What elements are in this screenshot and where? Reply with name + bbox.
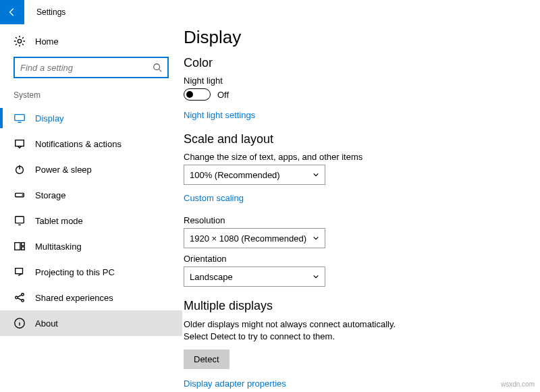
multiple-displays-heading: Multiple displays xyxy=(184,299,526,313)
arrow-left-icon xyxy=(7,7,17,17)
content-pane: Display Color Night light Off Night ligh… xyxy=(182,24,540,392)
chevron-down-icon xyxy=(313,235,319,242)
nav-group-label: System xyxy=(0,90,182,105)
nav-label: About xyxy=(35,318,58,329)
sidebar-item-projecting[interactable]: Projecting to this PC xyxy=(0,259,182,285)
night-light-settings-link[interactable]: Night light settings xyxy=(184,110,255,120)
nav-label: Multitasking xyxy=(35,242,82,252)
sidebar: Home System Display Notifications & acti… xyxy=(0,24,182,392)
search-input[interactable] xyxy=(20,63,153,73)
color-heading: Color xyxy=(184,56,526,70)
chevron-down-icon xyxy=(313,171,319,178)
scale-value: 100% (Recommended) xyxy=(190,170,280,180)
back-button[interactable] xyxy=(0,0,24,24)
orientation-label: Orientation xyxy=(184,254,526,264)
svg-point-0 xyxy=(18,39,21,43)
svg-rect-9 xyxy=(22,243,25,246)
gear-icon xyxy=(14,35,26,47)
nav-label: Tablet mode xyxy=(35,216,83,226)
sidebar-item-power[interactable]: Power & sleep xyxy=(0,157,182,182)
nav-label: Storage xyxy=(35,190,66,200)
info-icon xyxy=(14,317,26,329)
toggle-track xyxy=(184,88,211,101)
svg-rect-3 xyxy=(16,140,24,146)
nav-label: Projecting to this PC xyxy=(35,267,115,277)
sidebar-item-notifications[interactable]: Notifications & actions xyxy=(0,131,182,157)
resolution-label: Resolution xyxy=(184,215,526,225)
sidebar-item-tablet[interactable]: Tablet mode xyxy=(0,208,182,233)
sidebar-item-display[interactable]: Display xyxy=(0,105,182,131)
app-title: Settings xyxy=(24,7,65,17)
display-adapter-link[interactable]: Display adapter properties xyxy=(184,379,286,389)
search-input-container[interactable] xyxy=(14,57,169,78)
scale-label: Change the size of text, apps, and other… xyxy=(184,152,526,162)
search-icon xyxy=(153,63,162,72)
night-light-toggle[interactable]: Off xyxy=(184,88,526,101)
toggle-thumb xyxy=(186,91,193,98)
scale-dropdown[interactable]: 100% (Recommended) xyxy=(184,165,325,185)
watermark: wsxdn.com xyxy=(501,381,535,388)
night-light-label: Night light xyxy=(184,76,526,86)
chevron-down-icon xyxy=(313,273,319,280)
storage-icon xyxy=(14,189,26,201)
svg-point-12 xyxy=(16,296,18,299)
notification-icon xyxy=(14,138,26,150)
multitasking-icon xyxy=(14,240,26,252)
svg-rect-2 xyxy=(15,115,24,121)
tablet-icon xyxy=(14,215,26,227)
power-icon xyxy=(14,163,26,175)
multiple-displays-body: Older displays might not always connect … xyxy=(184,318,413,343)
custom-scaling-link[interactable]: Custom scaling xyxy=(184,193,244,203)
share-icon xyxy=(14,291,26,304)
resolution-value: 1920 × 1080 (Recommended) xyxy=(190,233,306,244)
home-label: Home xyxy=(35,36,59,47)
detect-button[interactable]: Detect xyxy=(184,349,230,369)
sidebar-item-storage[interactable]: Storage xyxy=(0,182,182,208)
scale-heading: Scale and layout xyxy=(184,132,526,146)
orientation-dropdown[interactable]: Landscape xyxy=(184,267,325,287)
sidebar-item-shared[interactable]: Shared experiences xyxy=(0,285,182,310)
svg-rect-8 xyxy=(15,243,20,250)
svg-point-14 xyxy=(22,300,24,302)
sidebar-item-multitasking[interactable]: Multitasking xyxy=(0,233,182,259)
nav-label: Display xyxy=(35,113,64,123)
orientation-value: Landscape xyxy=(190,272,233,282)
svg-point-6 xyxy=(22,195,23,196)
svg-rect-7 xyxy=(16,217,24,223)
sidebar-item-about[interactable]: About xyxy=(0,310,182,336)
svg-rect-10 xyxy=(22,247,25,250)
nav-label: Notifications & actions xyxy=(35,139,122,149)
svg-point-1 xyxy=(154,64,160,70)
page-title: Display xyxy=(184,27,526,48)
resolution-dropdown[interactable]: 1920 × 1080 (Recommended) xyxy=(184,228,325,248)
toggle-state-label: Off xyxy=(217,90,229,100)
monitor-icon xyxy=(14,112,26,124)
svg-point-13 xyxy=(22,293,24,296)
home-link[interactable]: Home xyxy=(0,31,182,54)
svg-rect-11 xyxy=(16,269,23,274)
nav-label: Power & sleep xyxy=(35,165,92,175)
project-icon xyxy=(14,266,26,278)
nav-label: Shared experiences xyxy=(35,293,113,303)
